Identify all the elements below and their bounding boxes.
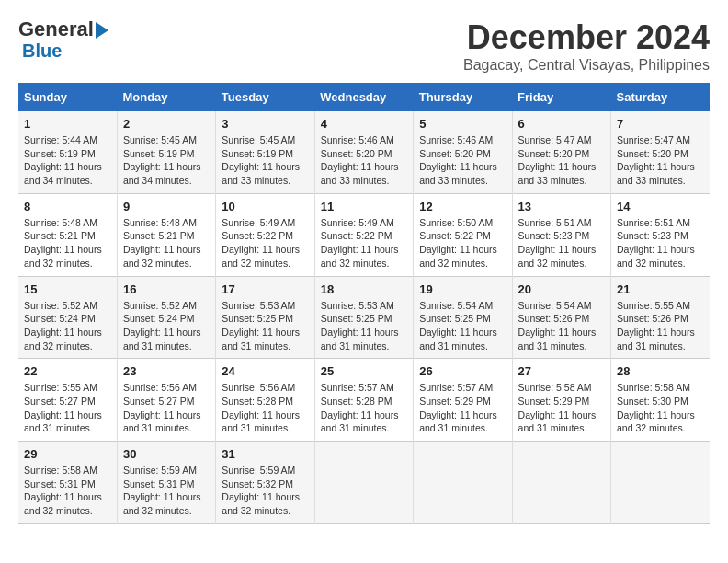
table-row: 30Sunrise: 5:59 AMSunset: 5:31 PMDayligh…	[117, 442, 215, 524]
table-row: 13Sunrise: 5:51 AMSunset: 5:23 PMDayligh…	[512, 193, 610, 276]
day-info: Sunrise: 5:52 AMSunset: 5:24 PMDaylight:…	[24, 299, 111, 353]
day-info: Sunrise: 5:51 AMSunset: 5:23 PMDaylight:…	[617, 216, 704, 270]
day-info: Sunrise: 5:49 AMSunset: 5:22 PMDaylight:…	[321, 216, 407, 270]
calendar-week-row: 22Sunrise: 5:55 AMSunset: 5:27 PMDayligh…	[18, 359, 710, 442]
day-info: Sunrise: 5:56 AMSunset: 5:28 PMDaylight:…	[222, 381, 308, 435]
day-number: 22	[24, 364, 111, 378]
day-number: 16	[123, 282, 210, 296]
col-friday: Friday	[512, 83, 610, 111]
col-monday: Monday	[117, 83, 215, 111]
table-row: 11Sunrise: 5:49 AMSunset: 5:22 PMDayligh…	[314, 193, 413, 276]
table-row: 28Sunrise: 5:58 AMSunset: 5:30 PMDayligh…	[611, 359, 710, 442]
table-row: 12Sunrise: 5:50 AMSunset: 5:22 PMDayligh…	[414, 193, 512, 276]
logo-text: General	[18, 18, 108, 40]
day-number: 28	[617, 364, 704, 378]
day-number: 26	[419, 364, 506, 378]
table-row: 24Sunrise: 5:56 AMSunset: 5:28 PMDayligh…	[216, 359, 314, 442]
day-number: 30	[123, 447, 210, 461]
calendar-week-row: 1Sunrise: 5:44 AMSunset: 5:19 PMDaylight…	[18, 111, 710, 193]
day-number: 13	[518, 200, 605, 213]
day-number: 23	[123, 364, 210, 378]
table-row: 14Sunrise: 5:51 AMSunset: 5:23 PMDayligh…	[611, 193, 710, 276]
table-row	[512, 442, 610, 524]
day-info: Sunrise: 5:45 AMSunset: 5:19 PMDaylight:…	[123, 133, 210, 188]
day-number: 7	[617, 117, 704, 131]
day-info: Sunrise: 5:48 AMSunset: 5:21 PMDaylight:…	[123, 216, 210, 270]
day-info: Sunrise: 5:47 AMSunset: 5:20 PMDaylight:…	[617, 133, 704, 188]
day-number: 10	[222, 200, 308, 213]
table-row: 26Sunrise: 5:57 AMSunset: 5:29 PMDayligh…	[414, 359, 512, 442]
day-number: 4	[321, 117, 407, 131]
title-section: December 2024 Bagacay, Central Visayas, …	[463, 18, 710, 74]
day-info: Sunrise: 5:48 AMSunset: 5:21 PMDaylight:…	[24, 216, 111, 270]
col-tuesday: Tuesday	[216, 83, 314, 111]
day-number: 11	[321, 200, 407, 213]
day-number: 21	[617, 282, 704, 296]
table-row: 25Sunrise: 5:57 AMSunset: 5:28 PMDayligh…	[314, 359, 413, 442]
col-thursday: Thursday	[414, 83, 512, 111]
day-info: Sunrise: 5:59 AMSunset: 5:32 PMDaylight:…	[222, 464, 308, 518]
day-info: Sunrise: 5:46 AMSunset: 5:20 PMDaylight:…	[419, 133, 506, 188]
table-row: 8Sunrise: 5:48 AMSunset: 5:21 PMDaylight…	[18, 193, 117, 276]
day-number: 1	[24, 117, 111, 131]
col-wednesday: Wednesday	[314, 83, 413, 111]
day-info: Sunrise: 5:57 AMSunset: 5:29 PMDaylight:…	[419, 381, 506, 435]
table-row: 9Sunrise: 5:48 AMSunset: 5:21 PMDaylight…	[117, 193, 215, 276]
day-number: 12	[419, 200, 506, 213]
table-row: 10Sunrise: 5:49 AMSunset: 5:22 PMDayligh…	[216, 193, 314, 276]
day-number: 24	[222, 364, 308, 378]
day-info: Sunrise: 5:49 AMSunset: 5:22 PMDaylight:…	[222, 216, 308, 270]
day-info: Sunrise: 5:55 AMSunset: 5:26 PMDaylight:…	[617, 299, 704, 353]
col-saturday: Saturday	[611, 83, 710, 111]
table-row: 18Sunrise: 5:53 AMSunset: 5:25 PMDayligh…	[314, 276, 413, 359]
day-number: 5	[419, 117, 506, 131]
table-row: 3Sunrise: 5:45 AMSunset: 5:19 PMDaylight…	[216, 111, 314, 193]
table-row: 22Sunrise: 5:55 AMSunset: 5:27 PMDayligh…	[18, 359, 117, 442]
calendar-week-row: 15Sunrise: 5:52 AMSunset: 5:24 PMDayligh…	[18, 276, 710, 359]
table-row: 4Sunrise: 5:46 AMSunset: 5:20 PMDaylight…	[314, 111, 413, 193]
day-info: Sunrise: 5:53 AMSunset: 5:25 PMDaylight:…	[321, 299, 407, 353]
table-row: 6Sunrise: 5:47 AMSunset: 5:20 PMDaylight…	[512, 111, 610, 193]
day-info: Sunrise: 5:52 AMSunset: 5:24 PMDaylight:…	[123, 299, 210, 353]
day-number: 14	[617, 200, 704, 213]
table-row: 21Sunrise: 5:55 AMSunset: 5:26 PMDayligh…	[611, 276, 710, 359]
table-row: 1Sunrise: 5:44 AMSunset: 5:19 PMDaylight…	[18, 111, 117, 193]
day-number: 19	[419, 282, 506, 296]
calendar-week-row: 29Sunrise: 5:58 AMSunset: 5:31 PMDayligh…	[18, 442, 710, 524]
day-number: 2	[123, 117, 210, 131]
table-row: 16Sunrise: 5:52 AMSunset: 5:24 PMDayligh…	[117, 276, 215, 359]
day-info: Sunrise: 5:58 AMSunset: 5:29 PMDaylight:…	[518, 381, 605, 435]
day-info: Sunrise: 5:58 AMSunset: 5:30 PMDaylight:…	[617, 381, 704, 435]
table-row	[414, 442, 512, 524]
day-info: Sunrise: 5:47 AMSunset: 5:20 PMDaylight:…	[518, 133, 605, 188]
calendar-table: Sunday Monday Tuesday Wednesday Thursday…	[18, 83, 710, 524]
table-row: 19Sunrise: 5:54 AMSunset: 5:25 PMDayligh…	[414, 276, 512, 359]
page-header: General Blue December 2024 Bagacay, Cent…	[18, 18, 710, 74]
day-info: Sunrise: 5:51 AMSunset: 5:23 PMDaylight:…	[518, 216, 605, 270]
location-title: Bagacay, Central Visayas, Philippines	[463, 57, 710, 74]
table-row: 17Sunrise: 5:53 AMSunset: 5:25 PMDayligh…	[216, 276, 314, 359]
table-row	[611, 442, 710, 524]
day-number: 31	[222, 447, 308, 461]
day-info: Sunrise: 5:53 AMSunset: 5:25 PMDaylight:…	[222, 299, 308, 353]
day-info: Sunrise: 5:57 AMSunset: 5:28 PMDaylight:…	[321, 381, 407, 435]
logo-subtext: Blue	[18, 40, 62, 61]
day-info: Sunrise: 5:59 AMSunset: 5:31 PMDaylight:…	[123, 464, 210, 518]
day-info: Sunrise: 5:44 AMSunset: 5:19 PMDaylight:…	[24, 133, 111, 188]
col-sunday: Sunday	[18, 83, 117, 111]
calendar-week-row: 8Sunrise: 5:48 AMSunset: 5:21 PMDaylight…	[18, 193, 710, 276]
day-info: Sunrise: 5:45 AMSunset: 5:19 PMDaylight:…	[222, 133, 308, 188]
table-row: 31Sunrise: 5:59 AMSunset: 5:32 PMDayligh…	[216, 442, 314, 524]
table-row: 23Sunrise: 5:56 AMSunset: 5:27 PMDayligh…	[117, 359, 215, 442]
day-number: 18	[321, 282, 407, 296]
day-number: 29	[24, 447, 111, 461]
logo: General Blue	[18, 18, 108, 61]
day-number: 25	[321, 364, 407, 378]
day-number: 15	[24, 282, 111, 296]
day-info: Sunrise: 5:55 AMSunset: 5:27 PMDaylight:…	[24, 381, 111, 435]
table-row: 7Sunrise: 5:47 AMSunset: 5:20 PMDaylight…	[611, 111, 710, 193]
day-info: Sunrise: 5:54 AMSunset: 5:26 PMDaylight:…	[518, 299, 605, 353]
table-row: 15Sunrise: 5:52 AMSunset: 5:24 PMDayligh…	[18, 276, 117, 359]
day-number: 8	[24, 200, 111, 213]
table-row: 2Sunrise: 5:45 AMSunset: 5:19 PMDaylight…	[117, 111, 215, 193]
